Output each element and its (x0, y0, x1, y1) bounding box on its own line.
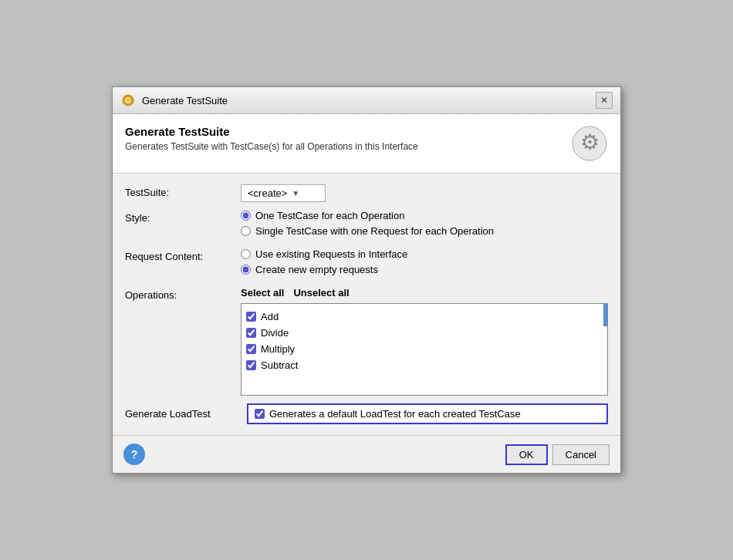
op-label-add[interactable]: Add (261, 311, 279, 322)
loadtest-row: Generate LoadTest Generates a default Lo… (125, 403, 608, 424)
op-checkbox-divide[interactable] (246, 328, 256, 338)
testsuite-value: <create> (248, 187, 287, 199)
style-content: One TestCase for each Operation Single T… (241, 210, 608, 241)
dialog-title: Generate TestSuite (142, 95, 228, 106)
scrollbar-indicator (603, 303, 608, 326)
svg-text:⚙: ⚙ (580, 130, 600, 154)
style-option1-label[interactable]: One TestCase for each Operation (255, 210, 404, 221)
header-gear-icon: ⚙ (571, 125, 608, 162)
operations-list: Add Divide Multiply Subtract (241, 303, 608, 396)
request-option1-row: Use existing Requests in Interface (241, 248, 608, 260)
testsuite-content: <create> ▼ (241, 184, 608, 202)
testsuite-label: TestSuite: (125, 184, 241, 198)
ok-button[interactable]: OK (505, 444, 548, 465)
operations-links: Select all Unselect all (241, 287, 608, 299)
op-item-multiply: Multiply (246, 341, 603, 357)
op-label-divide[interactable]: Divide (261, 327, 289, 339)
style-option1-row: One TestCase for each Operation (241, 210, 608, 221)
title-bar-left: ⚙ Generate TestSuite (120, 93, 228, 108)
operations-list-container: Add Divide Multiply Subtract (241, 303, 608, 396)
style-option2-label[interactable]: Single TestCase with one Request for eac… (255, 225, 494, 237)
operations-label: Operations: (125, 287, 241, 301)
request-option1-label[interactable]: Use existing Requests in Interface (255, 248, 407, 260)
style-option2-row: Single TestCase with one Request for eac… (241, 225, 608, 237)
cancel-button[interactable]: Cancel (552, 444, 610, 465)
request-row: Request Content: Use existing Requests i… (125, 248, 608, 279)
style-label: Style: (125, 210, 241, 224)
title-bar: ⚙ Generate TestSuite ✕ (113, 87, 620, 114)
header-content: Generate TestSuite Generates TestSuite w… (125, 125, 418, 152)
generate-testsuite-dialog: ⚙ Generate TestSuite ✕ Generate TestSuit… (112, 86, 621, 474)
style-radio-1[interactable] (241, 211, 251, 221)
help-button[interactable]: ? (123, 444, 145, 465)
op-item-subtract: Subtract (246, 357, 603, 373)
close-button[interactable]: ✕ (596, 92, 613, 109)
request-label: Request Content: (125, 248, 241, 262)
request-option2-row: Create new empty requests (241, 264, 608, 275)
loadtest-checkbox[interactable] (255, 409, 265, 419)
request-content: Use existing Requests in Interface Creat… (241, 248, 608, 279)
footer: ? OK Cancel (113, 435, 620, 473)
operations-row: Operations: Select all Unselect all Add (125, 287, 608, 396)
op-item-divide: Divide (246, 325, 603, 341)
style-row: Style: One TestCase for each Operation S… (125, 210, 608, 241)
loadtest-inner: Generates a default LoadTest for each cr… (247, 403, 608, 424)
header-subtitle: Generates TestSuite with TestCase(s) for… (125, 141, 418, 152)
unselect-all-link[interactable]: Unselect all (293, 287, 349, 299)
op-checkbox-add[interactable] (246, 312, 256, 322)
request-radio-2[interactable] (241, 265, 251, 275)
svg-text:⚙: ⚙ (124, 96, 132, 105)
dialog-icon: ⚙ (120, 93, 136, 108)
body-section: TestSuite: <create> ▼ Style: One TestCas… (113, 174, 620, 435)
dropdown-arrow-icon: ▼ (292, 189, 299, 197)
op-label-subtract[interactable]: Subtract (261, 359, 298, 371)
header-section: Generate TestSuite Generates TestSuite w… (113, 114, 620, 174)
request-radio-1[interactable] (241, 249, 251, 259)
op-item-add: Add (246, 309, 603, 325)
loadtest-label: Generate LoadTest (125, 408, 241, 420)
testsuite-dropdown[interactable]: <create> ▼ (241, 184, 326, 202)
operations-content: Select all Unselect all Add Divide (241, 287, 608, 396)
request-option2-label[interactable]: Create new empty requests (255, 264, 378, 275)
testsuite-row: TestSuite: <create> ▼ (125, 184, 608, 202)
loadtest-text[interactable]: Generates a default LoadTest for each cr… (269, 408, 521, 420)
style-radio-2[interactable] (241, 226, 251, 236)
op-checkbox-multiply[interactable] (246, 344, 256, 354)
footer-buttons: OK Cancel (505, 444, 610, 465)
op-checkbox-subtract[interactable] (246, 360, 256, 370)
op-label-multiply[interactable]: Multiply (261, 343, 295, 355)
header-title: Generate TestSuite (125, 125, 418, 138)
select-all-link[interactable]: Select all (241, 287, 284, 299)
